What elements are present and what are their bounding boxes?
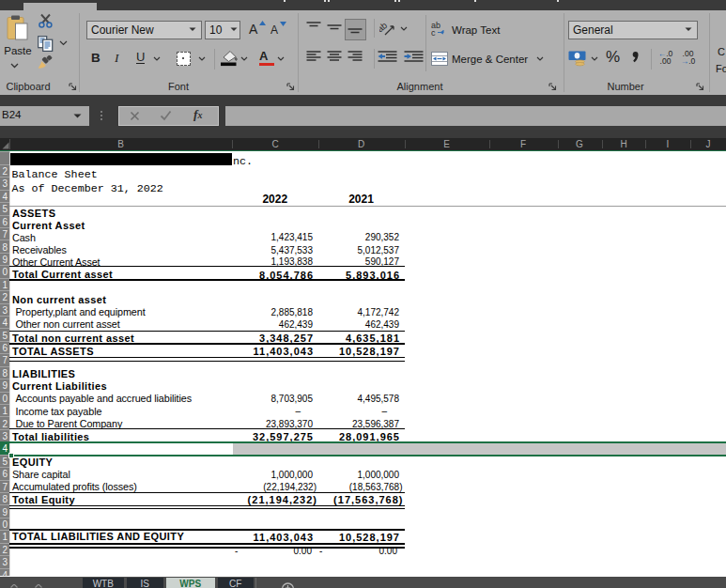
- svg-text:c: c: [431, 28, 436, 37]
